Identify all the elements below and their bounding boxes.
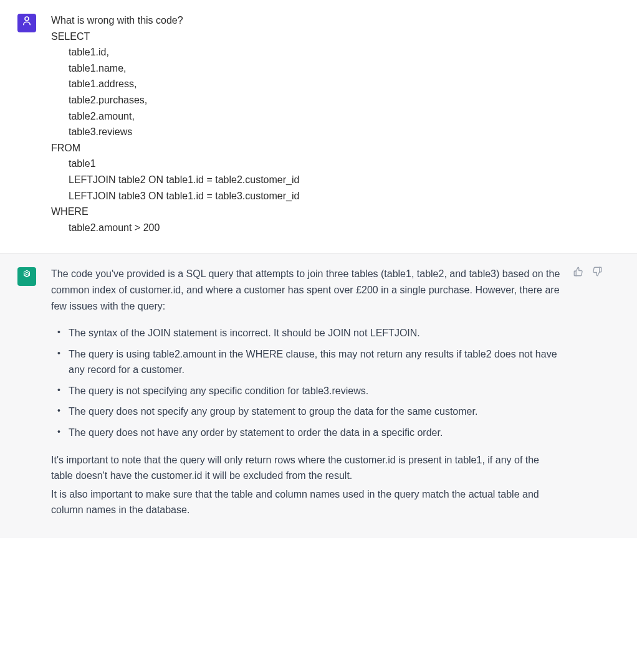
user-code-line: SELECT: [51, 29, 620, 45]
user-code-line: FROM: [51, 140, 620, 156]
assistant-outro-1: It's important to note that the query wi…: [51, 452, 562, 484]
list-item: The query is not specifying any specific…: [51, 383, 562, 399]
thumbs-down-button[interactable]: [591, 267, 603, 280]
user-code-line: WHERE: [51, 204, 620, 220]
user-code-line: table1: [51, 156, 620, 172]
user-code-line: LEFTJOIN table3 ON table1.id = table3.cu…: [51, 188, 620, 204]
user-code-line: table3.reviews: [51, 124, 620, 140]
thumbs-up-icon: [573, 266, 584, 282]
feedback-actions: [572, 267, 603, 280]
user-code-line: table1.id,: [51, 44, 620, 60]
user-code-line: table2.amount > 200: [51, 220, 620, 236]
user-code-line: What is wrong with this code?: [51, 12, 620, 29]
thumbs-down-icon: [592, 266, 603, 282]
user-icon: [21, 15, 32, 31]
assistant-bullet-list: The syntax of the JOIN statement is inco…: [51, 325, 562, 441]
user-avatar: [17, 14, 36, 32]
list-item: The query does not specify any group by …: [51, 404, 562, 420]
user-code-line: LEFTJOIN table2 ON table1.id = table2.cu…: [51, 172, 620, 188]
assistant-message-content: The code you've provided is a SQL query …: [51, 266, 562, 521]
user-code-line: table2.purchases,: [51, 92, 620, 108]
list-item: The query is using table2.amount in the …: [51, 346, 562, 378]
svg-point-1: [26, 273, 27, 275]
assistant-intro: The code you've provided is a SQL query …: [51, 266, 562, 314]
assistant-outro-2: It is also important to make sure that t…: [51, 486, 562, 518]
assistant-avatar: [17, 267, 36, 286]
user-code-line: table2.amount,: [51, 108, 620, 125]
svg-point-0: [25, 17, 29, 21]
list-item: The syntax of the JOIN statement is inco…: [51, 325, 562, 341]
assistant-message: The code you've provided is a SQL query …: [0, 253, 637, 538]
user-code-line: table1.address,: [51, 76, 620, 92]
thumbs-up-button[interactable]: [572, 267, 585, 280]
openai-icon: [21, 269, 32, 285]
user-code-line: table1.name,: [51, 60, 620, 77]
user-message: What is wrong with this code?SELECTtable…: [0, 0, 637, 253]
list-item: The query does not have any order by sta…: [51, 425, 562, 441]
user-message-content: What is wrong with this code?SELECTtable…: [51, 12, 620, 235]
